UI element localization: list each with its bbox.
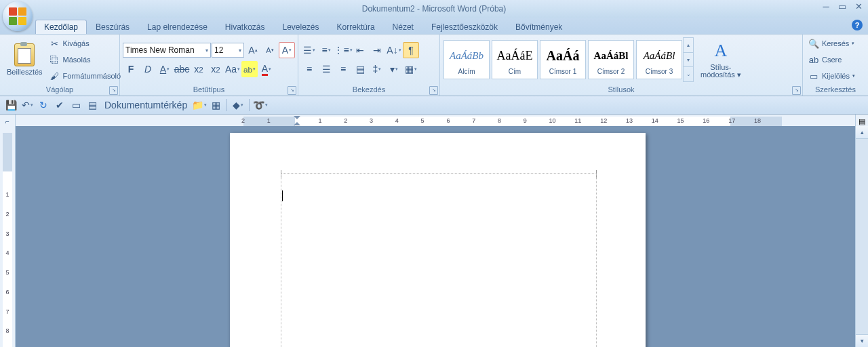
copy-button[interactable]: ⿻Másolás [47, 52, 124, 67]
borders-button[interactable]: ▦ [403, 61, 419, 77]
scroll-down-button[interactable]: ▾ [856, 334, 868, 347]
format-painter-button[interactable]: 🖌Formátummásoló [47, 68, 124, 83]
window-title: Dokumentum2 - Microsoft Word (Próba) [362, 4, 507, 14]
page[interactable] [230, 133, 646, 347]
replace-icon: ab [808, 54, 819, 65]
copy-icon: ⿻ [50, 54, 60, 65]
help-button[interactable]: ? [852, 20, 863, 30]
shading-button[interactable]: ▾ [386, 61, 402, 77]
justify-button[interactable]: ▤ [352, 61, 368, 77]
close-button[interactable]: ✕ [850, 1, 867, 12]
tab-view[interactable]: Nézet [384, 20, 422, 34]
vertical-scrollbar[interactable]: ▴ ▾ [855, 126, 868, 347]
tab-addins[interactable]: Bővítmények [507, 20, 571, 34]
style-item-3[interactable]: AaÁáBlCímsor 2 [588, 40, 634, 79]
ribbon: Beillesztés ✂Kivágás ⿻Másolás 🖌Formátumm… [0, 34, 868, 96]
vertical-ruler[interactable]: 12345678 [0, 126, 16, 347]
minimize-button[interactable]: ─ [818, 1, 834, 12]
sort-button[interactable]: A↓ [386, 42, 402, 58]
styles-launcher[interactable]: ↘ [792, 86, 801, 95]
superscript-button[interactable]: x2 [208, 61, 224, 77]
increase-indent-button[interactable]: ⇥ [369, 42, 385, 58]
style-item-2[interactable]: AaÁáCímsor 1 [540, 40, 586, 79]
brush-icon: 🖌 [50, 70, 60, 81]
select-button[interactable]: ▭Kijelölés ▾ [806, 68, 858, 83]
paragraph-launcher[interactable]: ↘ [429, 86, 438, 95]
strikethrough-button[interactable]: abc [174, 61, 190, 77]
change-styles-button[interactable]: A Stílus- módosítás ▾ [696, 36, 745, 83]
style-item-1[interactable]: AaÁáECím [492, 40, 538, 79]
font-launcher[interactable]: ↘ [288, 86, 296, 95]
tab-review[interactable]: Korrektúra [328, 20, 384, 34]
subscript-button[interactable]: x2 [191, 61, 207, 77]
paste-label: Beillesztés [7, 68, 43, 76]
gallery-up-button[interactable]: ▴ [684, 38, 693, 53]
office-button[interactable] [3, 1, 33, 31]
new-doc-button[interactable]: ▭ [69, 98, 83, 112]
group-label-styles: Stílusok [608, 85, 634, 94]
document-map-button[interactable]: Dokumentumtérkép [102, 98, 190, 112]
maximize-button[interactable]: ▭ [834, 1, 850, 12]
gallery-down-button[interactable]: ▾ [684, 53, 693, 68]
document-canvas[interactable] [16, 126, 855, 347]
align-left-button[interactable]: ≡ [301, 61, 317, 77]
group-label-editing: Szerkesztés [815, 85, 856, 94]
undo-button[interactable]: ↶ [20, 98, 34, 112]
tab-mailings[interactable]: Levelezés [274, 20, 328, 34]
spellcheck-button[interactable]: ✔ [53, 98, 66, 112]
clipboard-launcher[interactable]: ↘ [109, 86, 118, 95]
style-item-0[interactable]: AaÁáBbAlcím [443, 40, 490, 79]
show-marks-button[interactable]: ¶ [403, 42, 419, 58]
redo-button[interactable]: ↻ [37, 98, 50, 112]
fill-color-button[interactable]: ◆ [231, 98, 245, 112]
quick-access-row: 💾 ↶ ↻ ✔ ▭ ▤ Dokumentumtérkép 📁 ▦ ◆ ➰ [0, 96, 868, 115]
ink-button[interactable]: ➰ [254, 98, 267, 112]
office-logo-icon [9, 7, 26, 25]
group-label-paragraph: Bekezdés [353, 85, 385, 94]
text-cursor [282, 190, 283, 201]
find-button[interactable]: 🔍Keresés ▾ [806, 36, 858, 51]
print-layout-button[interactable]: ▤ [85, 98, 99, 112]
open-folder-button[interactable]: 📁 [193, 98, 206, 112]
scroll-up-button[interactable]: ▴ [856, 126, 868, 139]
style-gallery: AaÁáBbAlcímAaÁáECímAaÁáCímsor 1AaÁáBlCím… [443, 36, 683, 83]
cut-button[interactable]: ✂Kivágás [47, 36, 124, 51]
group-label-clipboard: Vágólap [46, 85, 73, 94]
select-icon: ▭ [808, 70, 819, 81]
decrease-indent-button[interactable]: ⇤ [352, 42, 368, 58]
gallery-more-button[interactable]: ⌄ [684, 67, 693, 81]
tab-page-layout[interactable]: Lap elrendezése [138, 20, 216, 34]
tab-developer[interactable]: Fejlesztőeszközök [422, 20, 507, 34]
change-styles-icon: A [710, 40, 732, 62]
tab-home[interactable]: Kezdőlap [35, 20, 87, 34]
save-button[interactable]: 💾 [4, 98, 18, 112]
style-item-4[interactable]: AaÁáBlCímsor 3 [636, 40, 682, 79]
clipboard-icon [14, 43, 35, 66]
italic-button[interactable]: D [140, 61, 156, 77]
bullets-button[interactable]: ☰ [301, 42, 317, 58]
tab-references[interactable]: Hivatkozás [216, 20, 274, 34]
style-gallery-scroller: ▴ ▾ ⌄ [683, 37, 694, 82]
replace-button[interactable]: abCsere [806, 52, 858, 67]
line-spacing-button[interactable]: ‡ [369, 61, 385, 77]
grid-button[interactable]: ▦ [209, 98, 222, 112]
highlight-button[interactable]: ab [241, 61, 258, 77]
indent-marker[interactable] [294, 116, 300, 125]
font-size-combo[interactable]: 12▾ [212, 43, 244, 58]
font-color-button[interactable]: A [258, 61, 275, 77]
grow-font-button[interactable]: A▴ [245, 42, 261, 58]
tab-insert[interactable]: Beszúrás [87, 20, 138, 34]
change-case-button[interactable]: Aa [224, 61, 241, 77]
align-right-button[interactable]: ≡ [335, 61, 351, 77]
bold-button[interactable]: F [123, 61, 139, 77]
workspace: 12345678 ▴ ▾ [0, 126, 868, 347]
underline-button[interactable]: A [157, 61, 173, 77]
font-name-combo[interactable]: Times New Roman▾ [123, 43, 211, 58]
scissors-icon: ✂ [50, 38, 60, 49]
clear-formatting-button[interactable]: A [279, 42, 295, 58]
shrink-font-button[interactable]: A▾ [262, 42, 278, 58]
paste-button[interactable]: Beillesztés [3, 36, 47, 83]
multilevel-button[interactable]: ⋮≡ [335, 42, 351, 58]
align-center-button[interactable]: ☰ [318, 61, 334, 77]
numbering-button[interactable]: ≡ [318, 42, 334, 58]
